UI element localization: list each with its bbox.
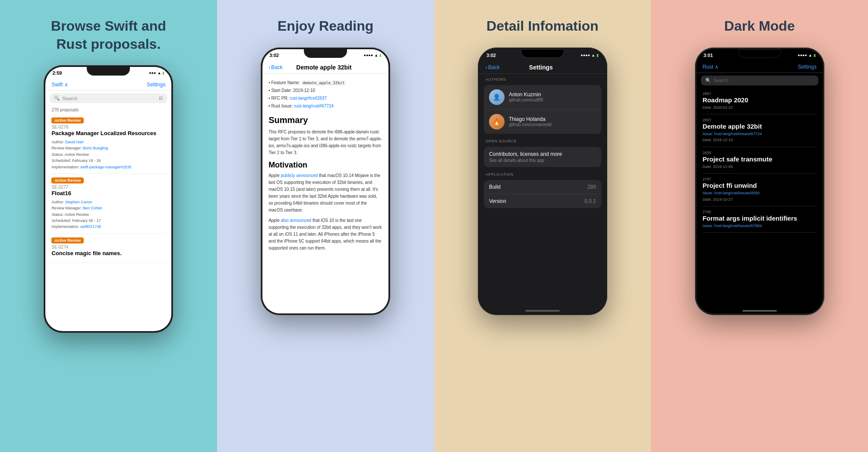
panel-browse: Browse Swift and Rust proposals. 2:59 ●●… bbox=[0, 0, 217, 452]
impl-link-1[interactable]: swift-package-manager#2535 bbox=[80, 165, 132, 169]
item-meta-1: Date: 2020-01-22 bbox=[703, 104, 817, 111]
open-source-sub: See all details about this app bbox=[489, 158, 596, 163]
back-label-2: Back bbox=[271, 64, 283, 70]
open-source-title: Contributors, licenses and more bbox=[489, 151, 596, 157]
author-avatar-2: 🔥 bbox=[489, 114, 505, 130]
issue-link-2[interactable]: Issue: /rust-lang/rust/issues/67724 bbox=[703, 132, 762, 136]
search-icon-4: 🔍 bbox=[705, 78, 711, 83]
badge-3: Active Review bbox=[51, 237, 84, 243]
reading-meta: • Feature Name: demote_apple_32bit • Sta… bbox=[268, 79, 382, 110]
scheduled-2: February 06 - 17 bbox=[72, 218, 101, 223]
status-icons-2: ●●●● ▲ ▮ bbox=[363, 53, 382, 57]
battery-icon-3: ▮ bbox=[597, 53, 599, 57]
wifi-icon-2: ▲ bbox=[374, 53, 378, 57]
status-time-1: 2:59 bbox=[52, 70, 62, 76]
nav-settings-btn-4[interactable]: Settings bbox=[798, 64, 816, 70]
item-meta-2: Issue: /rust-lang/rust/issues/67724 Date… bbox=[703, 131, 817, 143]
status-1: Active Review bbox=[64, 152, 89, 157]
search-bar-4[interactable]: 🔍 Search bbox=[701, 76, 818, 85]
item-num-4: 2797 bbox=[703, 177, 817, 181]
author-row-1[interactable]: 👤 Anton Kuzmin github.com/uuttff8 bbox=[484, 85, 601, 110]
dark-item-5[interactable]: 2795 Format args implicit identifiers Is… bbox=[703, 206, 817, 233]
status-icons-4: ●●●● ▲ ▮ bbox=[798, 53, 816, 57]
battery-icon-4: ▮ bbox=[814, 53, 816, 57]
signal-icon: ●●● bbox=[149, 71, 156, 75]
proposal-item-2[interactable]: Active Review SE-0277 Float16 Author: St… bbox=[50, 174, 167, 234]
status-time-3: 3:02 bbox=[486, 53, 496, 58]
panel-4-title: Dark Mode bbox=[724, 17, 795, 35]
version-value: 0.0.1 bbox=[584, 198, 596, 204]
proposal-meta-1: Author: David Hart Review Manager: Boris… bbox=[51, 139, 165, 170]
panel-3-title: Detail Infomation bbox=[486, 17, 599, 35]
open-source-card[interactable]: Contributors, licenses and more See all … bbox=[484, 147, 601, 167]
rfc-pr-link[interactable]: rust-lang/rfcs#2837 bbox=[290, 96, 327, 101]
proposal-title-2: Float16 bbox=[51, 190, 165, 197]
author-info-2: Thiago Holanda github.com/unnamedd bbox=[509, 116, 552, 127]
author-avatar-1: 👤 bbox=[489, 89, 505, 105]
author-link-2[interactable]: Stephen Canon bbox=[65, 200, 92, 204]
item-meta-5: Issue: /rust-lang/rust/issues/67984 bbox=[703, 223, 817, 229]
item-num-3: 2835 bbox=[703, 151, 817, 155]
proposal-item-3[interactable]: Active Review SE-0274 Concise magic file… bbox=[50, 234, 167, 263]
issue-link-5[interactable]: Issue: /rust-lang/rust/issues/67984 bbox=[703, 224, 762, 228]
version-row: Version 0.0.1 bbox=[484, 194, 601, 208]
rm-link-1[interactable]: Boris Buegling bbox=[83, 146, 108, 150]
wifi-icon: ▲ bbox=[157, 71, 161, 75]
author-row-2[interactable]: 🔥 Thiago Holanda github.com/unnamedd bbox=[484, 110, 601, 134]
author-name-1: Anton Kuzmin bbox=[509, 92, 543, 98]
dark-item-4[interactable]: 2797 Project ffi unwind Issue: /rust-lan… bbox=[703, 174, 817, 206]
feature-name: demote_apple_32bit bbox=[301, 80, 346, 85]
search-bar-1[interactable]: 🔍 Search ⊟ bbox=[50, 93, 167, 103]
filter-icon[interactable]: ⊟ bbox=[159, 95, 163, 101]
phone-1: 2:59 ●●● ▲ ▮ Swift ∧ Settings 🔍 bbox=[44, 65, 173, 333]
rm-link-2[interactable]: Ben Cohen bbox=[83, 206, 102, 210]
dark-item-3[interactable]: 2835 Project safe transmute Date: 2019-1… bbox=[703, 147, 817, 174]
wifi-icon-4: ▲ bbox=[808, 53, 812, 57]
wifi-icon-3: ▲ bbox=[591, 53, 595, 57]
chevron-left-icon-2: ‹ bbox=[268, 64, 270, 70]
item-title-1: Roadmap 2020 bbox=[703, 96, 817, 104]
signal-icon-2: ●●●● bbox=[363, 53, 373, 57]
summary-text: This RFC proposes to demote the i686-app… bbox=[268, 129, 382, 156]
nav-bar-4: Rust ∧ Settings bbox=[697, 61, 823, 73]
nav-swift-btn[interactable]: Swift ∧ bbox=[51, 82, 68, 88]
proposal-number-2: SE-0277 bbox=[51, 185, 165, 190]
version-label: Version bbox=[489, 198, 506, 204]
proposal-item-1[interactable]: Active Review SE-0278 Package Manager Lo… bbox=[50, 114, 167, 174]
badge-1: Active Review bbox=[51, 117, 84, 123]
reading-content: • Feature Name: demote_apple_32bit • Sta… bbox=[262, 74, 388, 313]
nav-rust-btn[interactable]: Rust ∧ bbox=[703, 64, 719, 70]
nav-bar-3: ‹ Back Settings bbox=[480, 61, 606, 74]
back-label-3: Back bbox=[488, 64, 500, 70]
impl-link-2[interactable]: swift#21738 bbox=[80, 224, 101, 229]
author-name-2: Thiago Holanda bbox=[509, 116, 552, 122]
build-label: Build bbox=[489, 184, 501, 190]
search-container-4: 🔍 Search bbox=[697, 73, 823, 88]
chevron-left-icon-3: ‹ bbox=[486, 64, 487, 70]
proposal-meta-2: Author: Stephen Canon Review Manager: Be… bbox=[51, 199, 165, 230]
badge-2: Active Review bbox=[51, 177, 84, 183]
author-link-1[interactable]: David Hart bbox=[65, 140, 84, 144]
phone-2: 3:02 ●●●● ▲ ▮ ‹ Back Demote apple 32bit bbox=[261, 47, 390, 315]
panel-2-title: Enjoy Reading bbox=[278, 17, 373, 35]
search-container-1: 🔍 Search ⊟ bbox=[45, 91, 171, 106]
detail-screen: AUTHORS 👤 Anton Kuzmin github.com/uuttff… bbox=[480, 74, 606, 307]
open-source-row: Contributors, licenses and more See all … bbox=[484, 147, 601, 167]
also-link[interactable]: also announced bbox=[281, 218, 311, 223]
home-indicator-3 bbox=[525, 310, 560, 312]
item-num-1: 2857 bbox=[703, 92, 817, 96]
back-btn-2[interactable]: ‹ Back bbox=[268, 64, 283, 70]
back-btn-3[interactable]: ‹ Back bbox=[486, 64, 500, 70]
issue-link-4[interactable]: Issue: /rust-lang/rust/issues/0000 bbox=[703, 191, 760, 195]
date-4: Date: 2019-10-27 bbox=[703, 197, 733, 202]
dark-item-2[interactable]: 2837 Demote apple 32bit Issue: /rust-lan… bbox=[703, 114, 817, 147]
motivation-heading: Motivation bbox=[268, 161, 382, 170]
nav-settings-btn[interactable]: Settings bbox=[147, 82, 165, 88]
motivation-p1: Apple publicly announced that macOS 10.1… bbox=[268, 172, 382, 214]
dark-item-1[interactable]: 2857 Roadmap 2020 Date: 2020-01-22 bbox=[703, 88, 817, 114]
item-title-3: Project safe transmute bbox=[703, 155, 817, 163]
item-num-5: 2795 bbox=[703, 210, 817, 214]
publicly-link[interactable]: publicly announced bbox=[281, 173, 318, 178]
rust-issue-link[interactable]: rust-lang/rust#67724 bbox=[294, 104, 334, 108]
panel-detail: Detail Infomation 3:02 ●●●● ▲ ▮ ‹ bbox=[434, 0, 651, 452]
